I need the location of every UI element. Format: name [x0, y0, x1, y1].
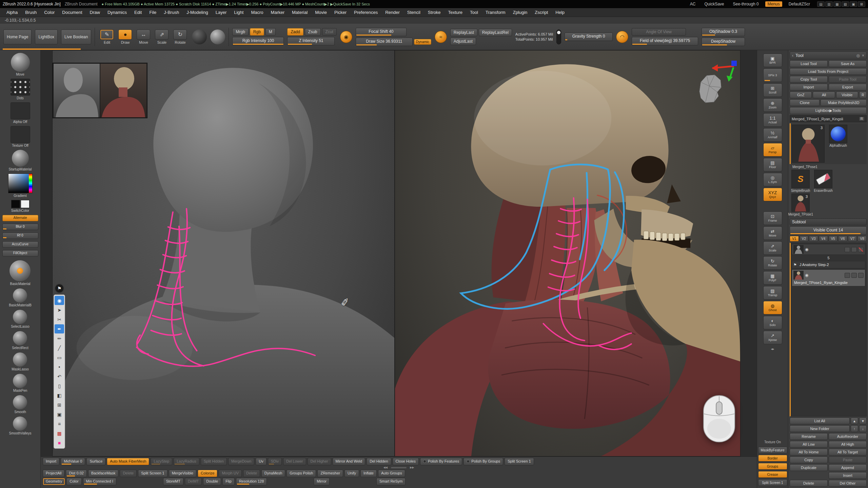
menu-item[interactable]: Marker	[267, 9, 288, 16]
default-zscript-button[interactable]: DefaultZScr	[786, 1, 812, 7]
collapse-icon[interactable]: ‹	[792, 53, 793, 58]
annotation-toolbar[interactable]: ⚑ ◉➤✂✒✏╱▭•↶▯◧⊞▣≡▩■	[53, 284, 65, 449]
layout-icon[interactable]: ▤	[817, 1, 825, 7]
menu-item[interactable]: File	[145, 9, 160, 16]
zadd-button[interactable]: Zadd	[287, 28, 303, 36]
subtool-page-tab[interactable]: V2	[800, 236, 809, 242]
aahalf-button[interactable]: ½ AAHalf	[763, 128, 782, 142]
paste-tool-button[interactable]: Paste Tool	[829, 76, 867, 83]
lasso-scissors-icon[interactable]: ✂	[55, 315, 64, 324]
pin-icon[interactable]: ◎	[856, 53, 860, 58]
tray-button[interactable]: Polish By Groups	[463, 458, 503, 465]
close-icon[interactable]: ×	[862, 53, 864, 58]
material-thumbnail[interactable]	[12, 150, 29, 167]
frame-button[interactable]: ⊡ Frame	[763, 211, 782, 225]
viewport-right[interactable]	[395, 50, 740, 456]
tray-button[interactable]: Uv	[256, 458, 266, 465]
subtool-down-icon[interactable]: ▼	[859, 418, 867, 424]
active-tool-preview[interactable]	[11, 53, 30, 72]
reference-thumbnail-gray[interactable]	[54, 64, 100, 117]
solo-button[interactable]: ◐ Solo	[763, 316, 782, 329]
subtool-page-tab[interactable]: V4	[819, 236, 828, 242]
goz-button[interactable]: GoZ	[790, 92, 812, 98]
spix-slider[interactable]: SPix 3	[763, 68, 782, 82]
tray-button[interactable]: LazyStep	[151, 458, 172, 465]
draw-size-slider[interactable]: Draw Size 36.93311	[356, 38, 413, 46]
quick-slot[interactable]: SelectRect	[12, 331, 28, 350]
xpose-button[interactable]: ↗ Xpose	[763, 331, 782, 344]
annotation-pin-icon[interactable]: ⚑	[55, 284, 64, 293]
color-picker[interactable]	[8, 174, 33, 193]
del-other-button[interactable]: Del Other	[829, 480, 867, 487]
mrgb-button[interactable]: Mrgb	[232, 28, 248, 36]
alpha-thumbnail[interactable]	[11, 102, 30, 119]
menu-item[interactable]: Zscript	[531, 9, 552, 16]
canvas-area[interactable]: ⚑ ◉➤✂✒✏╱▭•↶▯◧⊞▣≡▩■ ✐	[41, 50, 757, 456]
quick-slot[interactable]: MaskPen	[13, 374, 27, 392]
menu-item[interactable]: Macro	[247, 9, 267, 16]
panels-icon[interactable]: ▥	[825, 1, 833, 7]
live-boolean-button[interactable]: Live Boolean	[61, 29, 91, 44]
fillobject-button[interactable]: FillObject	[2, 250, 38, 257]
goz-visible-button[interactable]: Visible	[836, 92, 858, 98]
menu-item[interactable]: Edit	[131, 9, 145, 16]
menu-item[interactable]: Dynamics	[104, 9, 131, 16]
render-off-icon[interactable]	[858, 247, 864, 252]
maximize-icon[interactable]: ▣	[850, 1, 857, 7]
transpose-move-button[interactable]: ⇄ Move	[763, 226, 782, 240]
trash-icon[interactable]: ▯	[55, 381, 64, 390]
dynamic-draw-size-button[interactable]: Dynamic	[414, 39, 431, 45]
import-button[interactable]: Import	[790, 84, 828, 90]
load-tools-from-project-button[interactable]: Load Tools From Project	[790, 68, 867, 75]
tray-button[interactable]: Split Screen 1	[505, 458, 534, 465]
menu-item[interactable]: Picker	[331, 9, 350, 16]
load-tool-button[interactable]: Load Tool	[790, 60, 828, 67]
tray-button[interactable]: Del Lower	[283, 458, 306, 465]
all-low-button[interactable]: All Low	[790, 441, 828, 448]
alternate-button[interactable]: Alternate	[2, 215, 38, 221]
tray-button[interactable]: Color	[66, 478, 81, 485]
goz-r-button[interactable]: R	[859, 92, 867, 98]
subtool-page-tab[interactable]: V1	[790, 236, 799, 242]
draw-size-icon[interactable]: ◉	[340, 31, 352, 43]
eraserbrush-thumbnail[interactable]	[814, 170, 832, 188]
tray-button[interactable]: Double	[203, 478, 221, 485]
menu-item[interactable]: Preferences	[350, 9, 381, 16]
z-intensity-slider[interactable]: Z Intensity 51	[287, 37, 335, 45]
subtool-section-header[interactable]: Subtool	[790, 219, 867, 225]
see-through-slider[interactable]: See-through 0	[731, 1, 761, 7]
subtool-folder[interactable]: ⚑ J Anatomy Step-2	[792, 261, 865, 268]
tray-pager[interactable]: ◀◀ ▶▶	[43, 466, 755, 469]
hue-strip[interactable]	[29, 174, 32, 193]
tray-button[interactable]: ProjectAll	[43, 470, 64, 477]
edit-mode-button[interactable]: ✎ Edit	[98, 29, 115, 44]
pager-right-icon[interactable]: ▶▶	[410, 466, 414, 469]
replay-last-button[interactable]: ReplayLast	[450, 29, 477, 36]
menu-item[interactable]: Layer	[212, 9, 231, 16]
append-button[interactable]: Append	[829, 464, 867, 471]
deep-shadow-slider[interactable]: DeepShadow	[702, 38, 745, 46]
saturation-value-square[interactable]	[8, 174, 29, 193]
render-icon[interactable]	[858, 273, 864, 278]
persp-button[interactable]: ▱ Persp	[763, 143, 782, 157]
tray-button[interactable]: Delete	[243, 470, 260, 477]
visibility-eye-icon[interactable]: ◉	[805, 273, 808, 278]
rgb-button[interactable]: Rgb	[250, 28, 264, 36]
menu-item[interactable]: Zplugin	[509, 9, 531, 16]
tool-r-badge[interactable]: R	[859, 117, 865, 121]
color-grid-icon[interactable]: ▩	[55, 429, 64, 438]
gravity-direction-widget[interactable]	[556, 29, 561, 44]
tray-button[interactable]: Close Holes	[393, 458, 419, 465]
pen-icon[interactable]: ✒	[55, 324, 64, 333]
tray-button[interactable]: ZRemesher	[317, 470, 343, 477]
tray-button[interactable]: MidValue 0	[61, 458, 85, 465]
gravity-strength-slider[interactable]: Gravity Strength 0	[565, 33, 613, 41]
replay-last-rel-button[interactable]: ReplayLastRel	[479, 29, 512, 36]
scroll-button[interactable]: ⊞ Scroll	[763, 83, 782, 97]
pink-swatch-icon[interactable]: ■	[55, 438, 64, 447]
menu-item[interactable]: Texture	[444, 9, 466, 16]
accucurve-button[interactable]: AccuCurve	[2, 241, 38, 248]
copy-tool-button[interactable]: Copy Tool	[790, 76, 828, 83]
tray-button[interactable]: Split Hidden	[201, 458, 227, 465]
menu-item[interactable]: Light	[230, 9, 247, 16]
